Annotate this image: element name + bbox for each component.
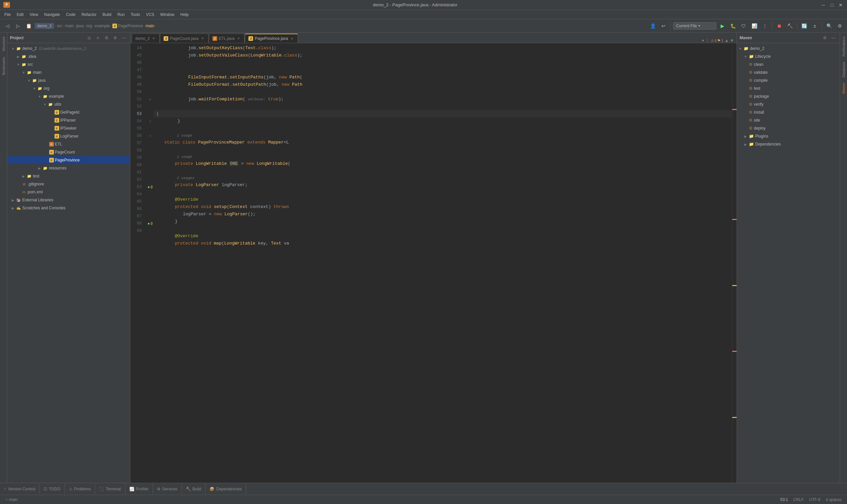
editor-scrollbar[interactable] [732, 43, 737, 483]
collapse-all-button[interactable]: ≡ [94, 34, 101, 41]
profile-button[interactable]: 📊 [749, 21, 759, 31]
maven-test[interactable]: ⚙ test [737, 84, 840, 92]
search-everywhere-button[interactable]: 🔍 [824, 21, 834, 31]
structure-tab[interactable]: Structure [1, 34, 7, 54]
tree-getpageid[interactable]: ▶ C GetPageId [7, 108, 130, 116]
maven-side-tab[interactable]: Maven [841, 80, 847, 96]
tree-pom[interactable]: ▶ m pom.xml [7, 188, 130, 196]
gutter-56[interactable]: ⊖ [147, 132, 154, 140]
indent-status[interactable]: 4 spaces [823, 495, 844, 504]
tree-java[interactable]: ▼ 📁 java [7, 76, 130, 84]
tree-idea[interactable]: ▶ 📁 .idea [7, 53, 130, 60]
menu-help[interactable]: Help [177, 11, 191, 18]
code-content[interactable]: job.setOutputKeyClass(Text.class); job.s… [154, 43, 732, 483]
git-button[interactable]: ± [810, 21, 819, 31]
close-demo2-tab[interactable]: ✕ [151, 36, 156, 41]
tree-scratches[interactable]: ▶ ✍ Scratches and Consoles [7, 204, 130, 212]
tree-external-libs[interactable]: ▶ 📚 External Libraries [7, 196, 130, 204]
maven-clean[interactable]: ⚙ clean [737, 60, 840, 69]
tab-dropdown-button[interactable]: ▾ [702, 38, 704, 43]
run-gutter-icon[interactable]: ▶ [148, 185, 150, 189]
tree-gitignore[interactable]: ▶ ⊘ .gitignore [7, 180, 130, 188]
problems-tab[interactable]: ⚠ Problems [65, 483, 96, 495]
maven-plugins[interactable]: ▶ 📁 Plugins [737, 132, 840, 140]
encoding-status[interactable]: UTF-8 [807, 495, 823, 504]
cursor-position[interactable]: 53:1 [778, 495, 791, 504]
menu-tools[interactable]: Tools [128, 11, 143, 18]
panel-minimize-button[interactable]: — [120, 34, 127, 41]
tree-pageprovince[interactable]: ▶ C PageProvince [7, 156, 130, 164]
maven-install[interactable]: ⚙ install [737, 108, 840, 116]
maven-root[interactable]: ▼ 📁 demo_2 [737, 44, 840, 53]
tab-pageprovince[interactable]: J PageProvince.java ✕ [245, 34, 298, 43]
tree-ipparser[interactable]: ▶ C IPParser [7, 116, 130, 124]
maven-dependencies[interactable]: ▶ 📁 Dependencies [737, 140, 840, 148]
maven-compile[interactable]: ⚙ compile [737, 76, 840, 84]
tree-pagecount[interactable]: ▶ C PageCount [7, 148, 130, 156]
tree-src[interactable]: ▼ 📁 src [7, 60, 130, 69]
menu-code[interactable]: Code [63, 11, 78, 18]
tree-org[interactable]: ▼ 📁 org [7, 84, 130, 92]
menu-refactor[interactable]: Refactor [79, 11, 99, 18]
notifications-tab[interactable]: Notifications [841, 34, 847, 59]
debug-button[interactable]: 🐛 [728, 21, 738, 31]
run-gutter-68[interactable]: ▶ [148, 221, 150, 226]
maven-lifecycle[interactable]: ▼ 📁 Lifecycle [737, 53, 840, 60]
deps-tab[interactable]: 📦 Dependencies [206, 483, 246, 495]
menu-vcs[interactable]: VCS [143, 11, 157, 18]
menu-run[interactable]: Run [115, 11, 127, 18]
tree-utils[interactable]: ▼ 📁 utils [7, 100, 130, 108]
maven-verify[interactable]: ⚙ verify [737, 100, 840, 108]
services-tab[interactable]: ⚙ Services [153, 483, 182, 495]
line-ending-status[interactable]: CRLF [791, 495, 807, 504]
stop-button[interactable]: ⏹ [775, 21, 784, 31]
tab-etl[interactable]: J ETL.java ✕ [209, 34, 244, 43]
tree-etl[interactable]: ▶ C ETL [7, 140, 130, 148]
account-button[interactable]: 👤 [648, 21, 657, 31]
undo-button[interactable]: ↩ [659, 21, 668, 31]
tree-root[interactable]: ▼ 📁 demo_2 D:\web\06-JavaWeb\demo_2 [7, 44, 130, 53]
coverage-button[interactable]: 🛡 [739, 21, 748, 31]
maven-site[interactable]: ⚙ site [737, 116, 840, 124]
navigate-errors-down[interactable]: ▼ [730, 38, 734, 43]
error-indicator[interactable]: ⚠ 6 ⚑ 1 [711, 38, 723, 43]
tree-ipseeker[interactable]: ▶ C IPSeeker [7, 124, 130, 132]
build-tab[interactable]: 🔨 Build [182, 483, 206, 495]
tab-pagecount[interactable]: J PageCount.java ✕ [160, 34, 208, 43]
maven-package[interactable]: ⚙ package [737, 92, 840, 100]
profiler-tab[interactable]: 📈 Profiler [125, 483, 153, 495]
bookmarks-tab[interactable]: Bookmarks [1, 54, 7, 78]
tree-test[interactable]: ▶ 📁 test [7, 172, 130, 180]
locate-file-button[interactable]: ◎ [85, 34, 93, 41]
todo-tab[interactable]: ☑ TODO [39, 483, 65, 495]
terminal-tab[interactable]: ⬛ Terminal [95, 483, 125, 495]
recent-files-button[interactable]: 📋 [24, 21, 33, 31]
build-button[interactable]: 🔨 [785, 21, 794, 31]
menu-navigate[interactable]: Navigate [41, 11, 63, 18]
gutter-54[interactable]: ⊖ [147, 118, 154, 125]
git-branch-status[interactable]: ⑂ main [3, 495, 20, 504]
close-button[interactable]: ✕ [838, 2, 844, 8]
settings-button[interactable]: ⚙ [835, 21, 844, 31]
close-etl-tab[interactable]: ✕ [236, 36, 241, 41]
show-options-button[interactable]: ⚙ [103, 34, 110, 41]
menu-view[interactable]: View [27, 11, 41, 18]
version-control-tab[interactable]: ⑂ Version Control [0, 483, 39, 495]
tab-demo2[interactable]: demo_2 ✕ [132, 34, 160, 43]
editor-options-button[interactable]: ⋮ [705, 38, 709, 43]
project-breadcrumb-item[interactable]: demo_2 [35, 23, 54, 29]
run-config-dropdown[interactable]: Current File ▾ [673, 22, 716, 30]
close-pagecount-tab[interactable]: ✕ [200, 36, 205, 41]
tree-resources[interactable]: ▶ 📁 resources [7, 164, 130, 172]
maven-validate[interactable]: ⚙ validate [737, 69, 840, 76]
run-button[interactable]: ▶ [718, 21, 727, 31]
update-button[interactable]: 🔄 [799, 21, 809, 31]
more-run-button[interactable]: ⋮ [760, 21, 770, 31]
menu-build[interactable]: Build [100, 11, 114, 18]
tree-example[interactable]: ▼ 📁 example [7, 92, 130, 100]
database-tab[interactable]: Database [841, 59, 847, 80]
menu-file[interactable]: File [2, 11, 13, 18]
menu-window[interactable]: Window [158, 11, 177, 18]
maximize-button[interactable]: □ [829, 2, 835, 8]
back-button[interactable]: ◁ [3, 21, 12, 31]
